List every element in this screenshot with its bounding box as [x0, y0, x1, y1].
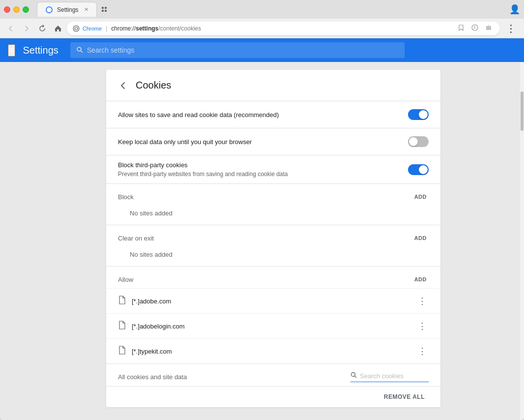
svg-point-11: [77, 47, 81, 51]
address-bar[interactable]: Chrome | chrome://settings/content/cooki…: [67, 22, 500, 35]
svg-point-7: [75, 27, 78, 30]
svg-line-12: [81, 51, 83, 53]
panel-header: Cookies: [106, 70, 440, 101]
svg-point-13: [351, 373, 355, 377]
titlebar: Settings ✕ 👤: [0, 0, 524, 19]
block-add-button[interactable]: ADD: [412, 192, 429, 202]
address-url: chrome://settings/content/cookies: [111, 25, 453, 32]
site-item-typekit: [*.]typekit.com ⋮: [106, 338, 440, 363]
block-third-party-sublabel: Prevent third-party websites from saving…: [118, 171, 288, 178]
site-item-adobelogin: [*.]adobelogin.com ⋮: [106, 313, 440, 338]
remove-all-row: REMOVE ALL: [106, 386, 440, 407]
close-window-button[interactable]: [4, 6, 10, 13]
svg-rect-2: [102, 7, 104, 9]
maximize-window-button[interactable]: [23, 6, 29, 13]
panel-title: Cookies: [136, 80, 171, 91]
tab-title: Settings: [57, 6, 78, 13]
svg-rect-5: [105, 10, 107, 12]
allow-section-label: Allow: [118, 276, 133, 283]
hamburger-menu-button[interactable]: ≡: [8, 44, 15, 57]
main-content: Cookies Allow sites to save and read coo…: [0, 62, 524, 420]
block-empty-message: No sites added: [106, 206, 440, 225]
cookies-search-icon: [350, 372, 357, 380]
settings-title: Settings: [23, 45, 58, 56]
svg-point-10: [475, 26, 475, 27]
settings-search-input[interactable]: [87, 46, 399, 54]
content-area[interactable]: Cookies Allow sites to save and read coo…: [98, 62, 520, 420]
cookies-search-input[interactable]: [360, 372, 429, 380]
tab-favicon: [45, 6, 53, 14]
active-tab[interactable]: Settings ✕: [37, 2, 97, 17]
block-third-party-info: Block third-party cookies Prevent third-…: [118, 161, 288, 178]
svg-rect-4: [102, 10, 104, 12]
sidebar: [0, 62, 98, 420]
navbar: Chrome | chrome://settings/content/cooki…: [0, 19, 524, 38]
block-third-party-row-main: Block third-party cookies Prevent third-…: [118, 161, 429, 178]
tab-bar: Settings ✕: [37, 2, 505, 17]
clear-on-exit-section-header: Clear on exit ADD: [106, 225, 440, 247]
site-item-adobe: [*.]adobe.com ⋮: [106, 288, 440, 313]
back-button[interactable]: [4, 23, 18, 34]
site-file-icon-adobe: [118, 296, 126, 306]
panel-back-button[interactable]: [118, 81, 128, 90]
site-file-icon-adobelogin: [118, 321, 126, 331]
site-name-adobelogin: [*.]adobelogin.com: [132, 323, 410, 330]
allow-sites-toggle[interactable]: [408, 109, 429, 120]
settings-search-icon: [76, 46, 83, 55]
site-file-icon-typekit: [118, 346, 126, 357]
allow-sites-toggle-row: Allow sites to save and read cookie data…: [106, 101, 440, 128]
new-tab-button[interactable]: [97, 2, 112, 17]
traffic-lights: [4, 6, 29, 13]
secure-icon: [73, 25, 80, 32]
bookmark-button[interactable]: [456, 22, 466, 34]
browser-window: Settings ✕ 👤: [0, 0, 524, 420]
settings-header: ≡ Settings: [0, 38, 524, 62]
extension-button[interactable]: [483, 22, 494, 34]
browser-name-label: Chrome: [83, 26, 102, 31]
url-path: /content/cookies: [158, 25, 201, 32]
scrollbar[interactable]: [520, 62, 524, 420]
allow-sites-label: Allow sites to save and read cookie data…: [118, 111, 279, 119]
title-bar-controls: 👤: [509, 4, 520, 15]
url-domain: chrome://: [111, 25, 136, 32]
profile-icon[interactable]: 👤: [509, 4, 520, 15]
all-cookies-label: All cookies and site data: [118, 373, 187, 381]
svg-line-14: [355, 376, 357, 378]
keep-local-toggle-thumb: [409, 137, 418, 146]
block-section-header: Block ADD: [106, 184, 440, 206]
remove-all-button[interactable]: REMOVE ALL: [380, 391, 429, 402]
block-third-party-toggle[interactable]: [408, 164, 429, 175]
url-settings: settings: [136, 25, 158, 32]
site-name-adobe: [*.]adobe.com: [132, 298, 410, 305]
block-third-party-toggle-row: Block third-party cookies Prevent third-…: [106, 155, 440, 184]
svg-rect-3: [105, 7, 107, 9]
keep-local-toggle[interactable]: [408, 136, 429, 147]
cookies-search[interactable]: [350, 372, 429, 382]
svg-point-1: [47, 7, 52, 12]
scrollbar-thumb: [521, 91, 524, 131]
settings-search-box[interactable]: [70, 42, 405, 58]
block-third-party-toggle-thumb: [419, 165, 428, 174]
svg-point-6: [73, 26, 79, 31]
forward-button[interactable]: [20, 23, 33, 34]
address-divider: |: [106, 25, 107, 32]
home-button[interactable]: [51, 23, 65, 34]
settings-panel: Cookies Allow sites to save and read coo…: [106, 70, 440, 407]
block-section-label: Block: [118, 193, 134, 201]
clear-on-exit-label: Clear on exit: [118, 235, 154, 242]
more-menu-button[interactable]: ⋮: [502, 20, 520, 37]
block-third-party-label: Block third-party cookies: [118, 161, 288, 169]
allow-section-header: Allow ADD: [106, 266, 440, 288]
info-button[interactable]: [469, 22, 480, 34]
site-menu-button-adobe[interactable]: ⋮: [416, 294, 429, 308]
site-menu-button-typekit[interactable]: ⋮: [416, 344, 429, 359]
cookies-section: All cookies and site data: [106, 363, 440, 386]
allow-sites-toggle-thumb: [419, 110, 428, 119]
site-menu-button-adobelogin[interactable]: ⋮: [416, 319, 429, 333]
clear-on-exit-add-button[interactable]: ADD: [412, 233, 429, 243]
minimize-window-button[interactable]: [13, 6, 20, 13]
keep-local-label: Keep local data only until you quit your…: [118, 138, 252, 146]
reload-button[interactable]: [35, 23, 49, 34]
tab-close-button[interactable]: ✕: [84, 6, 88, 13]
allow-add-button[interactable]: ADD: [412, 274, 429, 284]
